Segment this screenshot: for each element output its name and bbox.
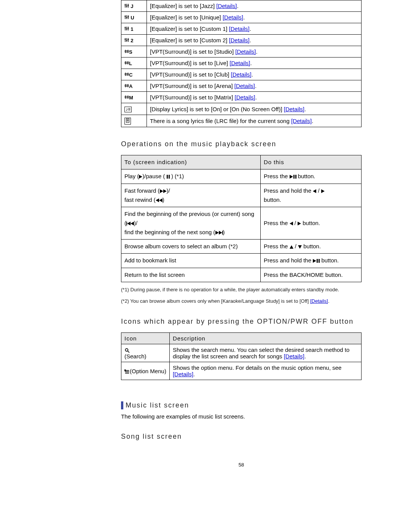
details-link[interactable]: [Details]: [223, 14, 243, 21]
fast-rewind-icon: [156, 197, 162, 203]
right-arrow-icon: [321, 189, 325, 193]
svg-rect-31: [125, 371, 129, 372]
heading-icons: Icons which appear by pressing the OPTIO…: [121, 318, 362, 326]
status-icon-cell: L: [121, 58, 147, 69]
icon-label: (Search): [124, 353, 147, 359]
text: Shows the search menu. You can select th…: [173, 347, 349, 359]
details-link[interactable]: [Details]: [229, 37, 250, 43]
status-description: [Equalizer] is set to [Unique] [Details]…: [147, 12, 362, 23]
text: (*2) You can browse album covers only wh…: [121, 298, 310, 304]
text: .: [256, 48, 257, 55]
surround-icon: [124, 48, 129, 55]
text: [VPT(Surround)] is set to [Studio]: [150, 48, 235, 55]
skip-back-icon: [126, 220, 134, 226]
ops-header-to: To (screen indication): [121, 155, 261, 169]
text: )/: [134, 220, 137, 226]
status-indicators-table: J[Equalizer] is set to [Jazz] [Details].…: [121, 0, 362, 127]
text: .: [304, 106, 306, 112]
status-description: [Display Lyrics] is set to [On] or [On (…: [147, 103, 362, 115]
left-arrow-icon: [313, 189, 316, 193]
details-link[interactable]: [Details]: [284, 353, 304, 359]
text: Press and hold the: [264, 187, 313, 194]
status-icon-cell: U: [121, 12, 147, 23]
equalizer-icon: [124, 26, 129, 32]
text: ): [162, 197, 164, 203]
text: )/pause (: [142, 173, 165, 179]
svg-rect-5: [128, 5, 129, 6]
text: [Display Lyrics] is set to [On] or [On (…: [150, 106, 284, 112]
surround-icon: [124, 83, 129, 89]
svg-rect-21: [125, 39, 126, 40]
text: .: [250, 26, 251, 32]
text: ): [223, 229, 225, 235]
icons-row-option: (Option Menu) Shows the option menu. For…: [121, 362, 362, 380]
details-link[interactable]: [Details]: [216, 3, 237, 9]
text: Press the: [264, 173, 290, 179]
details-link[interactable]: [Details]: [229, 26, 250, 32]
status-row: U[Equalizer] is set to [Unique] [Details…: [121, 12, 362, 23]
status-row: J[Equalizer] is set to [Jazz] [Details].: [121, 0, 362, 12]
svg-rect-16: [126, 29, 127, 29]
svg-rect-10: [126, 17, 127, 18]
status-description: [VPT(Surround)] is set to [Live] [Detail…: [147, 58, 362, 69]
text: /: [293, 220, 298, 226]
text: Press the: [264, 243, 290, 249]
details-link[interactable]: [Details]: [234, 83, 255, 89]
svg-rect-22: [126, 40, 127, 41]
heading-operations: Operations on the music playback screen: [121, 140, 362, 148]
text: Press the BACK/HOME button.: [260, 268, 361, 282]
equalizer-icon: [124, 14, 129, 21]
ops-header-do: Do this: [260, 155, 361, 169]
details-link[interactable]: [Details]: [284, 106, 304, 112]
text: .: [304, 353, 306, 359]
text: Play (: [124, 173, 139, 179]
left-arrow-icon: [290, 222, 293, 225]
status-description: [VPT(Surround)] is set to [Club] [Detail…: [147, 69, 362, 80]
text: Press and hold the: [264, 257, 313, 264]
svg-rect-23: [128, 39, 129, 40]
text: .: [312, 118, 313, 124]
ops-row-prev-next: Find the beginning of the previous (or c…: [121, 207, 362, 240]
text: button.: [302, 243, 321, 249]
text: )/: [167, 187, 170, 194]
details-link[interactable]: [Details]: [291, 118, 312, 124]
text: .: [255, 94, 257, 101]
skip-forward-icon: [215, 229, 223, 235]
svg-rect-15: [125, 27, 126, 28]
svg-rect-33: [124, 369, 126, 371]
text: Find the beginning of the previous (or c…: [124, 211, 254, 226]
status-icon-cell: S: [121, 46, 147, 58]
music-list-intro: The following are examples of music list…: [121, 413, 362, 420]
right-arrow-icon: [298, 222, 301, 225]
text: .: [255, 83, 256, 89]
status-description: [Equalizer] is set to [Jazz] [Details].: [147, 0, 362, 12]
lrc-file-icon: [124, 118, 131, 125]
details-link[interactable]: [Details]: [173, 371, 193, 377]
svg-rect-32: [125, 373, 129, 374]
up-arrow-icon: [290, 245, 293, 249]
svg-rect-9: [125, 16, 126, 17]
text: [Equalizer] is set to [Jazz]: [150, 3, 216, 9]
details-link[interactable]: [Details]: [235, 48, 256, 55]
svg-rect-3: [125, 5, 126, 5]
footnote-2: (*2) You can browse album covers only wh…: [121, 297, 362, 305]
ops-row-return: Return to the list screen Press the BACK…: [121, 268, 362, 282]
details-link[interactable]: [Details]: [229, 60, 250, 66]
details-link[interactable]: [Details]: [235, 94, 255, 101]
status-icon-cell: M: [121, 92, 147, 103]
details-link[interactable]: [Details]: [310, 298, 328, 304]
status-row: ♪≡[Display Lyrics] is set to [On] or [On…: [121, 103, 362, 115]
text: button.: [296, 173, 315, 179]
text: .: [193, 371, 195, 377]
status-row: There is a song lyrics file (LRC file) f…: [121, 115, 362, 127]
page-number: 58: [121, 462, 362, 468]
equalizer-icon: [124, 37, 129, 43]
surround-icon: [124, 71, 129, 78]
text: .: [250, 37, 251, 43]
text: button.: [320, 257, 339, 264]
text: [Equalizer] is set to [Unique]: [150, 14, 223, 21]
details-link[interactable]: [Details]: [231, 71, 252, 78]
text: [VPT(Surround)] is set to [Club]: [150, 71, 231, 78]
status-description: There is a song lyrics file (LRC file) f…: [147, 115, 362, 127]
status-icon-cell: 2: [121, 35, 147, 46]
